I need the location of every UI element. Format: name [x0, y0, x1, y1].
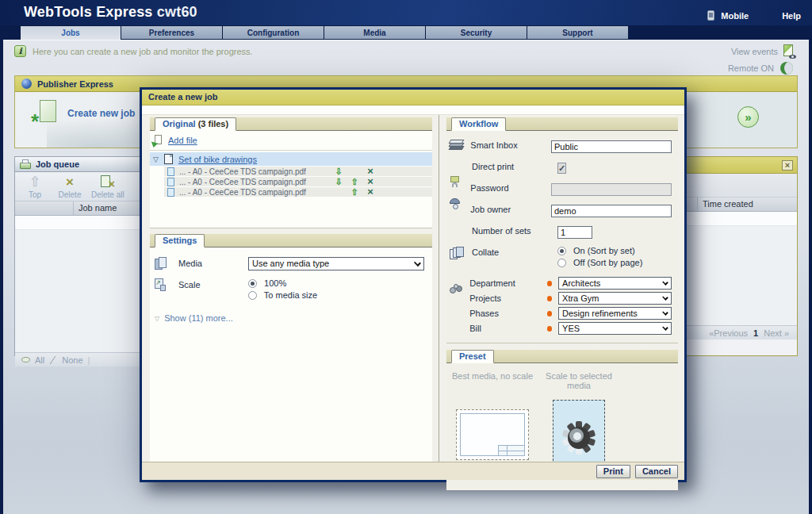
scale-option-media-size[interactable]: To media size — [248, 290, 317, 300]
projects-select[interactable]: Xtra Gym — [558, 292, 672, 305]
files-count: (3 files) — [198, 119, 229, 128]
preset-best-media-thumbnail[interactable] — [456, 409, 529, 460]
projects-label: Projects — [469, 293, 546, 303]
direct-print-checkbox[interactable]: ✓ — [557, 163, 566, 174]
collate-on-label: On (Sort by set) — [573, 246, 635, 255]
remote-toggle[interactable]: Remote ON — [728, 62, 793, 75]
media-row: Media Use any media type — [155, 257, 427, 270]
show-more-row: ▽ Show (11) more... — [155, 313, 427, 323]
info-bar: i Here you can create a new job and moni… — [14, 45, 253, 57]
top-button[interactable]: ⇧ Top — [21, 175, 48, 199]
create-new-job-label: Create new job — [67, 108, 135, 119]
file-row-2: ... - A0 - CeeCee TDS campaign.pdf ⇩ ⇧ × — [164, 177, 432, 186]
number-of-sets-input[interactable] — [557, 226, 592, 239]
delete-all-icon: × — [101, 175, 115, 190]
close-icon[interactable]: × — [782, 160, 793, 171]
workflow-tab[interactable]: Workflow — [451, 117, 506, 131]
direct-print-row: Direct print ✓ — [450, 160, 672, 175]
select-none-link[interactable]: None — [62, 355, 82, 365]
tab-configuration[interactable]: Configuration — [223, 25, 324, 40]
scale-option-100-label: 100% — [264, 278, 286, 288]
workflow-content: Smart Inbox Direct print ✓ Password Job … — [446, 131, 678, 343]
delete-all-button[interactable]: × Delete all — [91, 175, 124, 199]
radio-checked-icon[interactable] — [248, 279, 257, 288]
file-set-row[interactable]: ▽ Set of bike drawings — [150, 152, 432, 166]
scale-option-100[interactable]: 100% — [248, 278, 317, 288]
create-job-dialog: Create a new job Original (3 files) Add … — [140, 87, 687, 482]
publisher-title: Publisher Express — [37, 79, 113, 89]
mobile-phone-icon — [707, 10, 714, 21]
collapse-triangle-icon[interactable]: ▽ — [153, 155, 159, 163]
delete-button[interactable]: × Delete — [56, 175, 83, 199]
expand-chevron-button[interactable]: » — [737, 106, 759, 128]
view-events[interactable]: View events — [731, 44, 796, 59]
mobile-link[interactable]: Mobile — [721, 11, 749, 21]
job-queue-title: Job queue — [36, 159, 79, 169]
bill-select[interactable]: YES — [558, 322, 672, 335]
department-select[interactable]: Architects — [558, 277, 672, 290]
print-button[interactable]: Print — [596, 465, 630, 478]
chevron-down-icon — [414, 259, 421, 267]
tab-media[interactable]: Media — [324, 25, 426, 40]
add-file-link[interactable]: Add file — [168, 136, 197, 145]
move-up-button[interactable]: ⇧ — [347, 177, 362, 187]
radio-checked-icon[interactable] — [557, 247, 566, 255]
file-name: ... - A0 - CeeCee TDS campaign.pdf — [179, 178, 331, 186]
remote-label: Remote ON — [728, 63, 774, 73]
set-name-link[interactable]: Set of bike drawings — [178, 155, 257, 164]
phases-value: Design refinements — [562, 309, 638, 318]
show-more-link[interactable]: Show (11) more... — [164, 313, 233, 323]
smart-inbox-row: Smart Inbox — [450, 139, 672, 153]
move-down-button[interactable]: ⇩ — [331, 177, 347, 187]
smart-inbox-label: Smart Inbox — [470, 139, 551, 150]
tab-preferences[interactable]: Preferences — [121, 25, 223, 40]
direct-print-label: Direct print — [472, 160, 557, 171]
move-down-button[interactable]: ⇩ — [331, 167, 347, 177]
bill-label: Bill — [469, 324, 546, 333]
original-tab[interactable]: Original (3 files) — [155, 117, 236, 131]
next-page-link[interactable]: Next » — [764, 328, 789, 338]
original-tab-label: Original — [163, 119, 196, 128]
phases-row: Phases Design refinements — [450, 307, 672, 320]
help-link[interactable]: Help — [782, 11, 801, 21]
preset-tab[interactable]: Preset — [451, 350, 494, 363]
collate-row: Collate On (Sort by set) Off (Sort by pa… — [450, 246, 672, 270]
create-new-job-button[interactable]: * Create new job — [33, 100, 135, 127]
info-icon: i — [14, 45, 26, 57]
preset-best-media-label: Best media, no scale — [452, 371, 533, 395]
password-row: Password — [450, 182, 672, 196]
smart-inbox-input[interactable] — [551, 140, 672, 153]
scale-label: Scale — [178, 278, 248, 290]
department-row: Department Architects — [450, 277, 672, 290]
printer-icon — [20, 159, 31, 169]
settings-tab[interactable]: Settings — [155, 234, 205, 247]
tab-support[interactable]: Support — [527, 25, 629, 40]
previous-page-link[interactable]: «Previous — [709, 328, 748, 338]
time-created-column-header[interactable]: Time created — [698, 198, 797, 211]
pdf-file-icon — [167, 167, 174, 176]
job-owner-input[interactable] — [551, 205, 672, 217]
radio-icon[interactable] — [248, 291, 257, 300]
dialog-footer: Print Cancel — [142, 462, 684, 480]
collate-off-label: Off (Sort by page) — [573, 258, 642, 267]
tab-jobs[interactable]: Jobs — [20, 25, 121, 40]
radio-icon[interactable] — [557, 259, 566, 267]
tab-security[interactable]: Security — [426, 25, 527, 40]
collate-on-option[interactable]: On (Sort by set) — [557, 246, 672, 255]
phases-select[interactable]: Design refinements — [558, 307, 672, 320]
job-owner-label: Job owner — [470, 203, 551, 214]
preset-tab-label: Preset — [459, 351, 486, 361]
remove-file-button[interactable]: × — [362, 178, 378, 186]
move-up-button[interactable]: ⇧ — [347, 187, 362, 198]
column-divider — [439, 115, 439, 462]
remove-file-button[interactable]: × — [362, 188, 378, 196]
view-events-icon — [783, 44, 796, 59]
select-all-link[interactable]: All — [35, 355, 44, 365]
preset-section-strip: Preset — [446, 350, 678, 363]
cancel-button[interactable]: Cancel — [635, 465, 678, 478]
department-label: Department — [469, 278, 546, 288]
collate-off-option[interactable]: Off (Sort by page) — [557, 258, 672, 267]
remove-file-button[interactable]: × — [362, 167, 378, 175]
media-select[interactable]: Use any media type — [248, 257, 424, 270]
bill-value: YES — [562, 324, 580, 333]
